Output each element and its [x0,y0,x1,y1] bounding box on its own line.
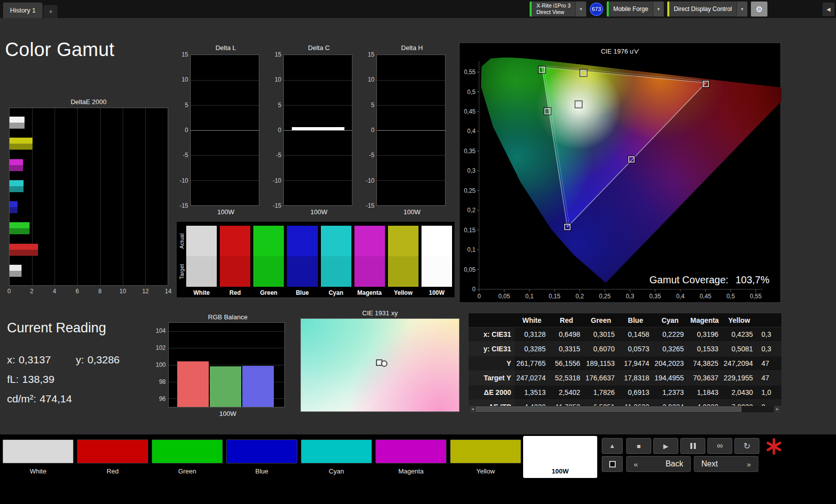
pause-button[interactable] [680,438,705,454]
swatch-actual [321,226,351,256]
patch-label: Blue [255,467,268,475]
scroll-right-arrow[interactable]: ► [774,406,781,412]
patch-button-blue[interactable]: Blue [225,438,299,478]
swatch-magenta: Magenta [354,226,385,297]
deltae-bar-white [10,117,25,129]
table-cell: 2,0430 [722,385,756,400]
continuous-read-button[interactable]: ∞ [707,438,732,454]
patch-button-100w[interactable]: 100W [523,436,597,478]
chevron-down-icon[interactable]: ▼ [736,2,747,17]
table-cell: 74,3825 [687,356,722,371]
patch-button-cyan[interactable]: Cyan [299,438,373,478]
y-tick-label: -15 [366,202,374,209]
meter-mode: Direct View [536,9,570,16]
display-control-dropdown[interactable]: Direct Display Control ▼ [667,2,747,17]
infinity-icon: ∞ [717,441,723,451]
x-axis-label: 100W [191,208,260,216]
current-reading-title: Current Reading [7,320,120,336]
x-tick-label: 0 [8,288,11,295]
gridline [169,331,284,332]
y-tick-label: 15 [368,51,374,58]
reading-count-badge: 673 [590,3,603,16]
y-tick-label: 96 [159,395,166,402]
patch-color [226,439,297,463]
cie-y-tick-label: 0,5 [467,89,476,96]
patch-button-yellow[interactable]: Yellow [449,438,523,478]
x-tick-label: 6 [76,288,79,295]
cie-x-tick-label: 0,55 [750,293,762,300]
cie-y-tick-label: 0,45 [464,108,476,115]
loop-button[interactable]: ↻ [734,438,759,454]
patch-button-white[interactable]: White [1,438,75,478]
patch-color [152,439,223,463]
settings-button[interactable]: ⚙ [751,2,767,17]
transport-controls: ▲ ■ ▶ ∞ ↻ « Back Next [602,438,782,472]
delta-chart-plot [190,55,259,206]
chart-title: Delta H [377,44,447,52]
table-cell-partial: 47 [756,356,781,371]
collapse-panel-button[interactable]: ◀ [822,3,834,16]
deltae-bar-row [10,265,168,277]
chevron-down-icon[interactable]: ▼ [575,2,586,17]
table-cell: 17,8318 [618,371,653,385]
play-button[interactable]: ▶ [653,438,678,454]
cie1976-panel: 00,050,10,150,20,250,30,350,40,450,50,55… [459,43,781,303]
tab-history-1[interactable]: History 1 [3,3,43,18]
deltae2000-x-axis: 02468101214 [9,288,168,296]
patch-button-red[interactable]: Red [76,438,150,478]
patch-button-magenta[interactable]: Magenta [374,438,448,478]
patch-label: Green [178,467,196,475]
play-icon: ▶ [663,442,668,450]
cie1931-diagram [300,318,460,412]
cie-x-tick-label: 0,3 [626,293,634,300]
table-cell: 56,1556 [549,356,584,371]
swatch-red: Red [220,226,250,297]
reading-y-value: 0,3286 [88,354,120,365]
table-cell: 247,2094 [722,356,756,371]
scroll-up-button[interactable]: ▲ [602,438,623,454]
swatch-actual [388,226,419,256]
cie-y-tick-label: 0,05 [464,266,476,273]
deltae-bar-magenta [10,159,23,171]
swatches: WhiteRedGreenBlueCyanMagentaYellow100W [186,226,452,297]
gridline [284,105,352,106]
scrollbar-thumb[interactable] [476,406,741,412]
reading-fl-value: 138,39 [22,373,54,385]
stop-button[interactable]: ■ [626,438,651,454]
scrollbar-track[interactable] [476,406,774,412]
chevron-down-icon[interactable]: ▼ [653,2,664,17]
patch-color [77,439,148,463]
white-point-marker [376,359,382,366]
swatch-blue: Blue [287,226,317,297]
scroll-left-arrow[interactable]: ◄ [469,406,476,412]
table-cell: 17,9474 [618,356,653,371]
table-cell: 194,4955 [653,371,687,385]
swatch-yellow: Yellow [388,226,419,297]
back-button[interactable]: « Back [626,456,691,472]
delta-bar [292,127,344,130]
app-window: History 1 + X-Rite i1Pro 3 Direct View ▼… [0,0,836,504]
deltae-bar-yellow [10,138,33,150]
y-tick-label: -10 [273,177,281,184]
up-arrow-icon: ▲ [609,442,615,449]
cie-y-tick-label: 0,35 [464,148,476,155]
color-checker-strip: ActualTarget WhiteRedGreenBlueCyanMagent… [177,222,455,297]
y-tick-label: -5 [369,152,374,159]
y-tick-label: 98 [159,378,166,385]
patch-button-green[interactable]: Green [150,438,224,478]
pattern-window-button[interactable] [602,456,623,472]
swatch-label: Red [220,289,250,296]
table-header-blue: Blue [618,313,653,327]
y-tick-label: 104 [156,327,166,334]
x-tick-label: 14 [165,288,171,295]
swatch-target [186,256,217,287]
next-button[interactable]: Next » [694,456,758,472]
y-tick-label: 15 [182,51,188,58]
table-cell: 0,3265 [653,342,687,356]
swatch-label: Blue [287,289,317,296]
x-tick-label: 10 [119,288,126,295]
add-tab-button[interactable]: + [44,5,58,18]
meter-dropdown[interactable]: X-Rite i1Pro 3 Direct View ▼ [530,2,586,17]
source-dropdown[interactable]: Mobile Forge ▼ [607,2,664,17]
table-scrollbar[interactable]: ◄ ► [469,406,781,412]
